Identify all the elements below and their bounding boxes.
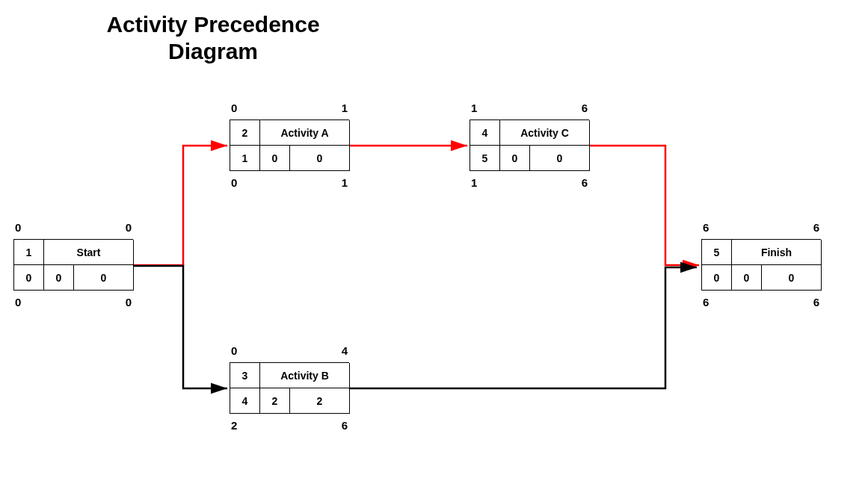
node-actB: 0 4 3 Activity B 4 2 2 2 6 bbox=[230, 362, 349, 414]
node-start-ef: 0 bbox=[126, 221, 132, 234]
node-actA-name: Activity A bbox=[260, 120, 350, 146]
node-actC-id: 4 bbox=[470, 120, 500, 146]
node-finish: 6 6 5 Finish 0 0 0 6 6 bbox=[701, 239, 821, 291]
node-actB-tf: 2 bbox=[260, 388, 290, 414]
node-finish-dur: 0 bbox=[702, 265, 732, 291]
node-finish-ff: 0 bbox=[762, 265, 822, 291]
node-actC-ef: 6 bbox=[582, 102, 588, 114]
node-start-es: 0 bbox=[15, 221, 21, 234]
node-actA-id: 2 bbox=[230, 120, 260, 146]
node-actA: 0 1 2 Activity A 1 0 0 0 1 bbox=[230, 120, 349, 171]
node-start-name: Start bbox=[44, 240, 134, 265]
node-actC: 1 6 4 Activity C 5 0 0 1 6 bbox=[470, 120, 589, 171]
node-actB-ef: 4 bbox=[342, 344, 348, 357]
node-actB-ff: 2 bbox=[290, 388, 350, 414]
node-finish-name: Finish bbox=[732, 240, 822, 265]
edge-actB-finish bbox=[350, 267, 697, 388]
node-start-lf: 0 bbox=[126, 296, 132, 308]
node-actA-es: 0 bbox=[231, 102, 237, 114]
node-actC-lf: 6 bbox=[582, 176, 588, 189]
node-actB-ls: 2 bbox=[231, 419, 237, 432]
node-actB-name: Activity B bbox=[260, 363, 350, 388]
node-start-ff: 0 bbox=[74, 265, 134, 291]
node-actA-ls: 0 bbox=[231, 176, 237, 189]
node-actB-id: 3 bbox=[230, 363, 260, 388]
node-finish-tf: 0 bbox=[732, 265, 762, 291]
node-start-tf: 0 bbox=[44, 265, 74, 291]
node-start-ls: 0 bbox=[15, 296, 21, 308]
edge-start-actA bbox=[134, 146, 227, 265]
node-start-dur: 0 bbox=[14, 265, 44, 291]
node-actB-lf: 6 bbox=[342, 419, 348, 432]
node-start-id: 1 bbox=[14, 240, 44, 265]
node-actC-tf: 0 bbox=[500, 146, 530, 171]
node-finish-ls: 6 bbox=[703, 296, 709, 308]
node-finish-lf: 6 bbox=[813, 296, 819, 308]
node-actA-ff: 0 bbox=[290, 146, 350, 171]
node-actA-lf: 1 bbox=[342, 176, 348, 189]
edge-actC-finish bbox=[590, 146, 699, 265]
node-actB-es: 0 bbox=[231, 344, 237, 357]
node-actB-dur: 4 bbox=[230, 388, 260, 414]
node-start: 0 0 1 Start 0 0 0 0 0 bbox=[13, 239, 133, 291]
node-actA-ef: 1 bbox=[342, 102, 348, 114]
node-finish-id: 5 bbox=[702, 240, 732, 265]
node-actA-dur: 1 bbox=[230, 146, 260, 171]
edge-start-actB bbox=[134, 266, 227, 388]
diagram-title: Activity Precedence Diagram bbox=[90, 11, 336, 65]
node-actC-ls: 1 bbox=[471, 176, 477, 189]
node-actC-ff: 0 bbox=[530, 146, 590, 171]
node-actC-dur: 5 bbox=[470, 146, 500, 171]
node-actA-tf: 0 bbox=[260, 146, 290, 171]
node-actC-name: Activity C bbox=[500, 120, 590, 146]
node-finish-ef: 6 bbox=[813, 221, 819, 234]
node-finish-es: 6 bbox=[703, 221, 709, 234]
node-actC-es: 1 bbox=[471, 102, 477, 114]
